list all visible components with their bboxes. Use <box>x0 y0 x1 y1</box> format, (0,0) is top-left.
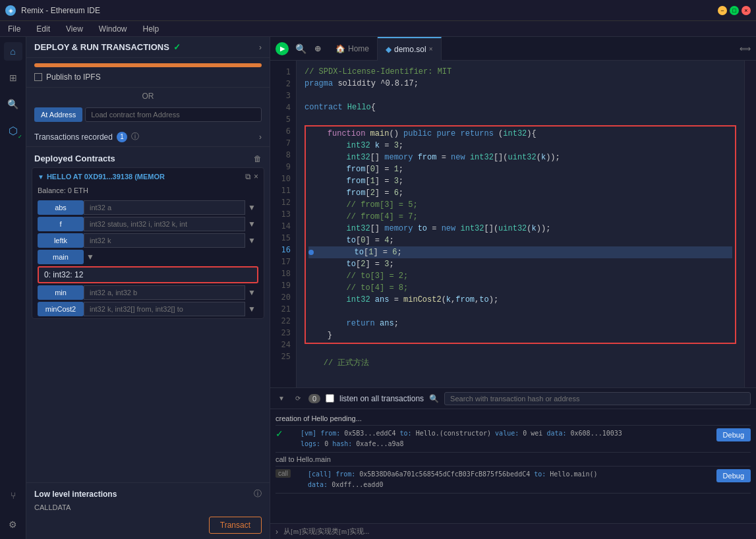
line-6: 6 <box>270 125 296 137</box>
code-line-16: to[1] = 6; <box>308 246 732 258</box>
titlebar-controls[interactable]: − □ × <box>718 6 751 15</box>
min-chevron[interactable]: ▼ <box>245 288 258 297</box>
debug-button-1[interactable]: Debug <box>716 428 751 441</box>
log-creation: creation of Hello pending... <box>276 412 751 426</box>
function-row-leftk: leftk ▼ <box>38 233 258 248</box>
abs-button[interactable]: abs <box>38 200 84 215</box>
run-icon: ▶ <box>280 45 285 52</box>
tab-close-icon[interactable]: × <box>429 45 433 53</box>
contract-name: HELLO AT 0XD91...39138 (MEMOR <box>47 173 243 181</box>
menu-help[interactable]: Help <box>140 23 162 35</box>
f-button[interactable]: f <box>38 217 84 231</box>
log-call-text: call to Hello.main <box>276 453 751 467</box>
leftk-input[interactable] <box>84 233 245 248</box>
line-12: 12 <box>270 196 296 208</box>
code-line-8: int32[] memory from = new int32[](uint32… <box>308 152 732 163</box>
line-10: 10 <box>270 173 296 184</box>
panel-arrow[interactable]: › <box>259 43 262 52</box>
transact-button[interactable]: Transact <box>209 517 262 534</box>
leftk-chevron[interactable]: ▼ <box>245 236 258 245</box>
code-editor[interactable]: 1 2 3 4 5 6 7 8 9 10 11 12 13 14 15 16 1 <box>270 61 756 387</box>
mincost2-chevron[interactable]: ▼ <box>245 304 258 314</box>
panel-title: DEPLOY & RUN TRANSACTIONS ✓ <box>34 42 181 52</box>
activity-deploy[interactable]: ⬡ ✓ <box>4 121 22 140</box>
function-row-min: min ▼ <box>38 285 258 300</box>
search-input[interactable] <box>444 392 751 405</box>
expand-btn-bottom[interactable]: › <box>276 527 278 536</box>
code-line-5 <box>305 113 736 125</box>
log-detail-2: [call] from: 0x5B38D0a6a701c568545dCfcB0… <box>295 469 598 490</box>
f-input[interactable] <box>84 217 245 231</box>
sol-icon: ◆ <box>386 45 392 54</box>
line-5: 5 <box>270 113 296 125</box>
clear-btn[interactable]: ⟳ <box>293 393 303 403</box>
tab-home[interactable]: 🏠 Home <box>328 37 378 61</box>
minimize-button[interactable]: − <box>718 6 727 15</box>
abs-input[interactable] <box>84 200 245 215</box>
code-line-23: } <box>308 329 732 341</box>
log-entry-2: call [call] from: 0x5B38D0a6a701c568545d… <box>276 467 751 494</box>
min-button[interactable]: min <box>38 285 84 300</box>
run-button[interactable]: ▶ <box>276 42 289 55</box>
call-icon: call <box>276 469 291 478</box>
activity-files[interactable]: ⊞ <box>4 69 22 87</box>
code-line-2: pragma solidity ^0.8.17; <box>305 78 736 90</box>
debug-button-2[interactable]: Debug <box>716 469 751 482</box>
activity-git[interactable]: ⑂ <box>4 486 22 505</box>
low-level-section: Low level interactions ⓘ CALLDATA Transa… <box>26 482 270 539</box>
code-line-18: // to[3] = 2; <box>308 270 732 282</box>
tx-recorded-label: Transactions recorded <box>34 132 113 142</box>
activity-search[interactable]: 🔍 <box>4 95 22 113</box>
maximize-button[interactable]: □ <box>730 6 739 15</box>
code-line-7: int32 k = 3; <box>308 140 732 152</box>
expand-bottom-btn[interactable]: ▼ <box>276 393 287 403</box>
activity-settings-bottom[interactable]: ⚙ <box>4 515 22 534</box>
at-address-button[interactable]: At Address <box>34 107 82 122</box>
contract-close-icon[interactable]: × <box>254 172 258 181</box>
min-input[interactable] <box>84 285 245 300</box>
search-icon[interactable]: 🔍 <box>294 42 308 55</box>
contract-instance-header[interactable]: ▼ HELLO AT 0XD91...39138 (MEMOR ⧉ × <box>32 168 264 185</box>
or-divider: OR <box>26 88 270 105</box>
code-line-22: return ans; <box>308 318 732 329</box>
log-detail-1: [vm] from: 0x5B3...eddC4 to: Hello.(cons… <box>287 428 622 449</box>
activity-home[interactable]: ⌂ <box>4 42 22 61</box>
mincost2-button[interactable]: minCost2 <box>38 302 84 316</box>
deployed-section: Deployed Contracts 🗑 ▼ HELLO AT 0XD91...… <box>26 147 270 482</box>
menu-file[interactable]: File <box>5 23 23 35</box>
leftk-button[interactable]: leftk <box>38 233 84 248</box>
search-replace-icon[interactable]: ⊕ <box>313 43 322 55</box>
publish-checkbox[interactable] <box>34 73 42 81</box>
menu-edit[interactable]: Edit <box>34 23 53 35</box>
code-line-19: // to[4] = 8; <box>308 282 732 294</box>
main-chevron[interactable]: ▼ <box>84 252 97 262</box>
code-content[interactable]: // SPDX-License-Identifier: MIT pragma s… <box>297 61 744 387</box>
contract-instance: ▼ HELLO AT 0XD91...39138 (MEMOR ⧉ × Bala… <box>32 167 264 319</box>
line-1: 1 <box>270 66 296 78</box>
function-row-main: main ▼ <box>38 250 258 264</box>
listen-checkbox[interactable] <box>326 394 334 403</box>
menu-view[interactable]: View <box>63 23 86 35</box>
main-button[interactable]: main <box>38 250 84 264</box>
log-area: creation of Hello pending... ✓ [vm] from… <box>270 409 756 523</box>
trash-icon[interactable]: 🗑 <box>254 154 262 163</box>
line-4: 4 <box>270 101 296 113</box>
info-icon[interactable]: ⓘ <box>131 131 139 142</box>
load-contract-input[interactable] <box>85 107 262 122</box>
low-level-info[interactable]: ⓘ <box>254 488 262 499</box>
tab-demo-sol[interactable]: ◆ demo.sol × <box>378 37 442 61</box>
code-line-25: // 正式方法 <box>305 357 736 369</box>
log-entry-1: ✓ [vm] from: 0x5B3...eddC4 to: Hello.(co… <box>276 426 751 453</box>
menu-window[interactable]: Window <box>96 23 130 35</box>
check-icon: ✓ <box>173 42 181 52</box>
f-chevron[interactable]: ▼ <box>245 219 258 229</box>
creation-text: creation of Hello pending... <box>276 414 362 422</box>
abs-chevron[interactable]: ▼ <box>245 203 258 212</box>
collapse-icon[interactable]: ⟺ <box>740 44 751 53</box>
app-icon: ◈ <box>5 5 16 16</box>
publish-section: Publish to IPFS <box>26 70 270 88</box>
mincost2-input[interactable] <box>84 302 245 316</box>
tx-expand[interactable]: › <box>259 132 262 142</box>
close-button[interactable]: × <box>741 6 751 15</box>
copy-icon[interactable]: ⧉ <box>245 172 251 181</box>
